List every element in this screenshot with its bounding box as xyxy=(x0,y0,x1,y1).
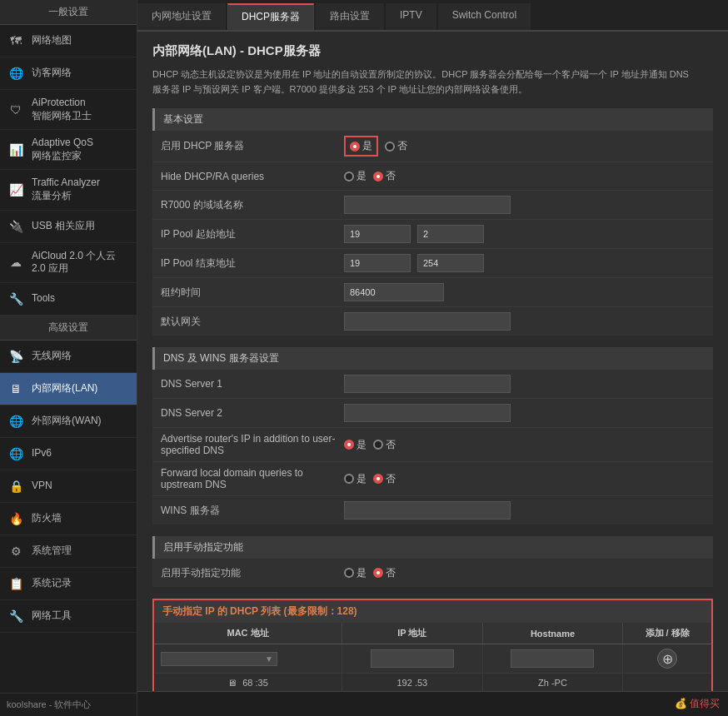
hide-dhcp-radio-group: 是 否 xyxy=(344,169,396,183)
sidebar-item-sysadmin[interactable]: ⚙ 系统管理 xyxy=(0,535,137,568)
sidebar-item-guest-network[interactable]: 🌐 访客网络 xyxy=(0,57,137,90)
sidebar-item-network-tools[interactable]: 🔧 网络工具 xyxy=(0,600,137,633)
sidebar-item-firewall[interactable]: 🔥 防火墙 xyxy=(0,503,137,535)
ip-input[interactable] xyxy=(371,649,454,668)
advanced-section-title: 高级设置 xyxy=(0,316,137,341)
hide-dhcp-no[interactable]: 否 xyxy=(373,169,396,183)
wireless-icon: 📡 xyxy=(7,347,25,365)
lease-time-input[interactable] xyxy=(344,283,444,301)
traffic-analyzer-icon: 📈 xyxy=(7,181,25,199)
wan-icon: 🌐 xyxy=(7,412,25,430)
enable-dhcp-yes-label: 是 xyxy=(362,139,372,153)
advertise-no[interactable]: 否 xyxy=(373,438,396,452)
enable-dhcp-yes-dot xyxy=(350,142,360,152)
sidebar-label-firewall: 防火墙 xyxy=(32,512,62,525)
sidebar-item-adaptive-qos[interactable]: 📊 Adaptive QoS 网络监控家 xyxy=(0,130,137,170)
forward-local-row: Forward local domain queries to upstream… xyxy=(152,462,713,496)
hostname-input[interactable] xyxy=(511,649,594,668)
sidebar: 一般设置 🗺 网络地图 🌐 访客网络 🛡 AiProtection 智能网络卫士… xyxy=(0,0,137,716)
ip-pool-end-input1[interactable] xyxy=(344,254,411,272)
sidebar-label-network-map: 网络地图 xyxy=(32,34,72,47)
domain-name-row: R7000 的域域名称 xyxy=(152,191,713,220)
sidebar-item-traffic-analyzer[interactable]: 📈 Traffic Analyzer 流量分析 xyxy=(0,170,137,210)
enable-dhcp-no[interactable]: 否 xyxy=(385,139,407,153)
sidebar-item-network-map[interactable]: 🗺 网络地图 xyxy=(0,25,137,57)
sidebar-label-wireless: 无线网络 xyxy=(32,350,72,363)
dhcp-table-title: 手动指定 IP 的 DHCP 列表 (最多限制：128) xyxy=(154,600,711,623)
forward-yes-dot xyxy=(344,474,354,484)
advertise-yes[interactable]: 是 xyxy=(344,438,366,452)
syslog-icon: 📋 xyxy=(7,574,25,593)
advertise-router-label: Advertise router's IP in addition to use… xyxy=(161,433,344,456)
vpn-icon: 🔒 xyxy=(7,477,25,495)
dns2-label: DNS Server 2 xyxy=(161,407,344,419)
page-title: 内部网络(LAN) - DHCP服务器 xyxy=(152,43,713,59)
tab-lan-ip[interactable]: 内网地址设置 xyxy=(137,3,226,30)
main-area: 内网地址设置 DHCP服务器 路由设置 IPTV Switch Control … xyxy=(137,0,728,716)
row-mac: 🖥 68 :35 xyxy=(154,674,342,691)
sysadmin-icon: ⚙ xyxy=(7,542,25,560)
manual-yes-label: 是 xyxy=(357,566,366,580)
device-icon-cell: 🖥 xyxy=(227,678,237,688)
forward-no[interactable]: 否 xyxy=(373,472,396,486)
advertise-no-label: 否 xyxy=(386,438,396,452)
hide-dhcp-no-label: 否 xyxy=(386,169,396,183)
dns2-input[interactable] xyxy=(344,404,511,422)
dns1-label: DNS Server 1 xyxy=(161,378,344,390)
manual-yes[interactable]: 是 xyxy=(344,566,366,580)
network-map-icon: 🗺 xyxy=(7,32,25,50)
enable-manual-control: 是 否 xyxy=(344,566,705,580)
wins-input[interactable] xyxy=(344,501,511,520)
domain-name-input[interactable] xyxy=(344,196,511,214)
ip-pool-end-input2[interactable] xyxy=(417,254,484,272)
sidebar-item-wireless[interactable]: 📡 无线网络 xyxy=(0,341,137,373)
tab-iptv[interactable]: IPTV xyxy=(386,3,436,30)
hide-dhcp-yes-dot xyxy=(344,172,354,181)
sidebar-label-tools: Tools xyxy=(32,292,55,306)
add-button[interactable]: ⊕ xyxy=(657,649,677,669)
dns1-input[interactable] xyxy=(344,375,511,393)
tab-bar: 内网地址设置 DHCP服务器 路由设置 IPTV Switch Control xyxy=(137,0,728,32)
enable-manual-label: 启用手动指定功能 xyxy=(161,566,344,580)
hide-dhcp-yes[interactable]: 是 xyxy=(344,169,366,183)
watermark: 💰 值得买 xyxy=(675,697,720,711)
ip-pool-start-row: IP Pool 起始地址 xyxy=(152,220,713,249)
tab-dhcp-server[interactable]: DHCP服务器 xyxy=(227,3,314,30)
general-section-title: 一般设置 xyxy=(0,0,137,25)
enable-dhcp-label: 启用 DHCP 服务器 xyxy=(161,139,344,153)
sidebar-item-usb-apps[interactable]: 🔌 USB 相关应用 xyxy=(0,211,137,243)
default-gateway-label: 默认网关 xyxy=(161,315,344,329)
ip-pool-start-input2[interactable] xyxy=(417,225,484,243)
enable-dhcp-yes[interactable]: 是 xyxy=(344,136,378,157)
tab-route-settings[interactable]: 路由设置 xyxy=(316,3,384,30)
sidebar-item-ipv6[interactable]: 🌐 IPv6 xyxy=(0,438,137,470)
manual-section-header: 启用手动指定功能 xyxy=(152,536,713,559)
tools-icon: 🔧 xyxy=(7,290,25,308)
manual-no[interactable]: 否 xyxy=(373,566,396,580)
forward-yes[interactable]: 是 xyxy=(344,472,366,486)
wins-control xyxy=(344,501,705,520)
page-description: DHCP 动态主机设定协议是为使用在 IP 地址的自动设置所制定的协议。DHCP… xyxy=(152,67,694,97)
ip-pool-start-input1[interactable] xyxy=(344,225,411,243)
sidebar-item-syslog[interactable]: 📋 系统记录 xyxy=(0,568,137,600)
forward-no-label: 否 xyxy=(386,472,396,486)
mac-dropdown[interactable]: ▼ xyxy=(161,652,277,666)
default-gateway-input[interactable] xyxy=(344,312,511,331)
sidebar-item-aicloud[interactable]: ☁ AiCloud 2.0 个人云 2.0 应用 xyxy=(0,243,137,283)
row-ip: 192 .53 xyxy=(342,674,483,691)
manual-yes-dot xyxy=(344,568,354,578)
ip-pool-end-row: IP Pool 结束地址 xyxy=(152,249,713,278)
sidebar-item-lan[interactable]: 🖥 内部网络(LAN) xyxy=(0,373,137,405)
tab-switch-control[interactable]: Switch Control xyxy=(438,3,531,30)
enable-dhcp-control: 是 否 xyxy=(344,136,705,157)
manual-section-body: 启用手动指定功能 是 否 xyxy=(152,559,713,587)
sidebar-item-aiprotection[interactable]: 🛡 AiProtection 智能网络卫士 xyxy=(0,90,137,130)
sidebar-item-vpn[interactable]: 🔒 VPN xyxy=(0,470,137,503)
sidebar-item-tools[interactable]: 🔧 Tools xyxy=(0,283,137,316)
dhcp-input-row: ▼ ⊕ xyxy=(154,644,711,674)
domain-name-label: R7000 的域域名称 xyxy=(161,198,344,212)
sidebar-item-wan[interactable]: 🌐 外部网络(WAN) xyxy=(0,405,137,438)
advertise-yes-dot xyxy=(344,440,354,450)
sidebar-label-syslog: 系统记录 xyxy=(32,577,72,590)
col-ip: IP 地址 xyxy=(342,623,483,644)
